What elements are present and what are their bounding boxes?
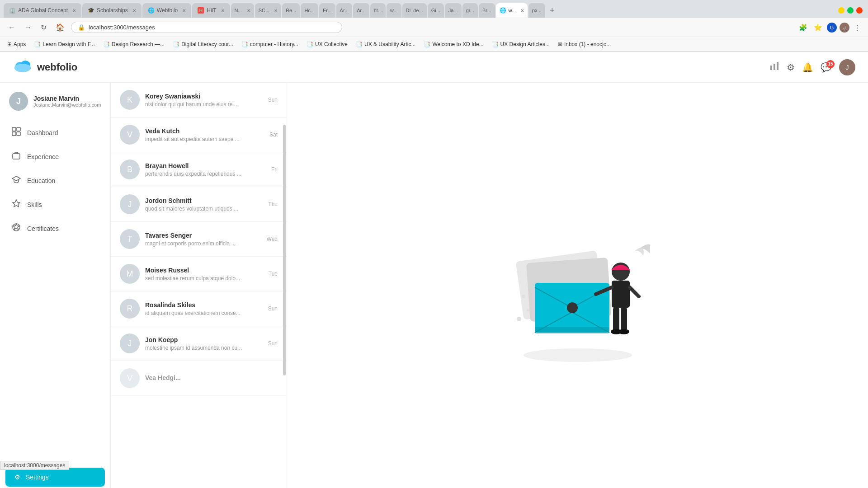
- tab-close-n[interactable]: ✕: [247, 8, 250, 13]
- message-preview-korey: nisi dolor qui qui harum unde eius re...: [145, 101, 263, 108]
- address-bar[interactable]: 🔒 localhost:3000/messages: [71, 22, 342, 33]
- settings-button[interactable]: ⚙: [787, 62, 795, 73]
- grammarly-button[interactable]: G: [827, 23, 837, 33]
- bookmark-design-label: Design Research —...: [112, 41, 165, 47]
- tab-ht[interactable]: ht...: [370, 3, 386, 18]
- bookmark-star-button[interactable]: ⭐: [812, 22, 824, 33]
- messages-panel[interactable]: K Korey Swaniawski nisi dolor qui qui ha…: [111, 83, 287, 488]
- tab-px[interactable]: px...: [528, 3, 545, 18]
- bookmark-favicon-ux: 📑: [307, 41, 313, 47]
- message-avatar-rosalinda: R: [120, 299, 140, 319]
- message-item-rosalinda[interactable]: R Rosalinda Skiles id aliquam quas exerc…: [111, 291, 287, 326]
- bookmark-ux-usability[interactable]: 📑 UX & Usability Artic...: [352, 40, 419, 48]
- bookmark-favicon-ux-usability: 📑: [356, 41, 363, 47]
- window-maximize[interactable]: □: [847, 7, 854, 14]
- window-close[interactable]: ✕: [856, 7, 863, 14]
- tab-webfolio[interactable]: 🌐 Webfolio ✕: [142, 3, 191, 18]
- bookmark-learn-design[interactable]: 📑 Learn Design with F...: [30, 40, 98, 48]
- bookmark-apps[interactable]: ⊞ Apps: [4, 40, 29, 48]
- tab-w-active[interactable]: 🌐 w... ✕: [496, 3, 528, 18]
- tab-add-button[interactable]: +: [546, 4, 558, 17]
- bookmark-welcome-xd[interactable]: 📑 Welcome to XD Ide...: [420, 40, 487, 48]
- bookmark-computer-label: computer - History...: [250, 41, 298, 47]
- extensions-button[interactable]: 🧩: [797, 22, 809, 33]
- message-item-partial[interactable]: V Vea Hedgi...: [111, 361, 287, 396]
- tab-er[interactable]: Er...: [319, 3, 335, 18]
- tab-close-hiit[interactable]: ✕: [221, 8, 225, 13]
- bookmark-welcome-xd-label: Welcome to XD Ide...: [432, 41, 483, 47]
- sidebar-item-certificates[interactable]: Certificates: [5, 217, 105, 239]
- message-item-brayan[interactable]: B Brayan Howell perferendis quis expedit…: [111, 152, 287, 187]
- messages-button[interactable]: 💬 15: [821, 62, 832, 73]
- tab-close-scholarships[interactable]: ✕: [132, 8, 136, 13]
- message-item-jon[interactable]: J Jon Koepp molestine ipsam id assumenda…: [111, 326, 287, 361]
- bookmark-favicon-digital: 📑: [173, 41, 179, 47]
- tab-br[interactable]: Br...: [479, 3, 495, 18]
- tab-label-ada: ADA Global Concept: [18, 7, 68, 14]
- window-minimize[interactable]: —: [838, 7, 844, 14]
- message-item-jordon[interactable]: J Jordon Schmitt quod sit maiores volupt…: [111, 187, 287, 222]
- bookmark-favicon-learn: 📑: [34, 41, 41, 47]
- tab-ja[interactable]: Ja...: [445, 3, 462, 18]
- bookmark-ux-articles[interactable]: 📑 UX Design Articles...: [488, 40, 553, 48]
- scrollbar-thumb[interactable]: [283, 125, 286, 376]
- bookmark-digital-literacy[interactable]: 📑 Digital Literacy cour...: [169, 40, 237, 48]
- sidebar-item-dashboard[interactable]: Dashboard: [5, 122, 105, 144]
- tab-hiit[interactable]: H HiiT ✕: [192, 3, 230, 18]
- tab-gr[interactable]: gr...: [462, 3, 478, 18]
- tab-n[interactable]: N... ✕: [231, 3, 254, 18]
- message-time-jon: Sun: [268, 340, 278, 347]
- notifications-button[interactable]: 🔔: [802, 62, 813, 73]
- tab-hc[interactable]: Hc...: [301, 3, 318, 18]
- bookmark-ux-collective[interactable]: 📑 UX Collective: [303, 40, 351, 48]
- bookmark-design-research[interactable]: 📑 Design Research —...: [99, 40, 168, 48]
- bookmark-favicon-computer: 📑: [241, 41, 248, 47]
- message-item-veda[interactable]: V Veda Kutch impedit sit aut expedita au…: [111, 117, 287, 152]
- logo-cloud-icon: [13, 58, 33, 77]
- tab-ar1[interactable]: Ar...: [336, 3, 353, 18]
- more-button[interactable]: ⋮: [852, 22, 863, 33]
- home-button[interactable]: 🏠: [53, 21, 67, 33]
- message-item-moises[interactable]: M Moises Russel sed molestiae rerum culp…: [111, 257, 287, 291]
- svg-rect-9: [12, 132, 16, 136]
- tab-close-ada[interactable]: ✕: [72, 8, 76, 13]
- tab-close-w-active[interactable]: ✕: [520, 8, 524, 13]
- tab-w1[interactable]: w...: [387, 3, 401, 18]
- message-body-jon: Jon Koepp molestine ipsam id assumenda n…: [145, 336, 263, 351]
- forward-button[interactable]: →: [22, 22, 34, 33]
- tab-ada-global[interactable]: 🏢 ADA Global Concept ✕: [4, 3, 81, 18]
- nav-icons: 🧩 ⭐ G J ⋮: [797, 22, 863, 33]
- message-body-moises: Moises Russel sed molestiae rerum culpa …: [145, 267, 263, 282]
- tab-re[interactable]: Re...: [282, 3, 300, 18]
- tab-label-gr: gr...: [466, 8, 474, 13]
- tab-sc[interactable]: SC... ✕: [255, 3, 281, 18]
- message-item-tavares[interactable]: T Tavares Senger magni et corporis porro…: [111, 222, 287, 257]
- tab-close-sc[interactable]: ✕: [274, 8, 278, 13]
- sidebar-item-experience[interactable]: Experience: [5, 145, 105, 168]
- tab-label-ar2: Ar...: [357, 8, 366, 13]
- settings-button-sidebar[interactable]: ⚙ Settings: [5, 468, 105, 487]
- message-time-tavares: Wed: [267, 236, 278, 242]
- reload-button[interactable]: ↻: [38, 21, 49, 33]
- profile-button[interactable]: J: [840, 23, 849, 33]
- tab-ar2[interactable]: Ar...: [353, 3, 369, 18]
- tab-dl[interactable]: DL de...: [402, 3, 427, 18]
- bookmark-inbox[interactable]: ✉ Inbox (1) - enocjo...: [554, 40, 614, 48]
- chart-button[interactable]: [769, 61, 779, 73]
- tab-label-px: px...: [532, 8, 542, 13]
- sidebar-item-skills[interactable]: Skills: [5, 193, 105, 216]
- message-name-jordon: Jordon Schmitt: [145, 197, 263, 204]
- bookmark-computer[interactable]: 📑 computer - History...: [238, 40, 302, 48]
- tab-gi[interactable]: Gi...: [428, 3, 444, 18]
- url-indicator: localhost:3000/messages: [0, 461, 69, 470]
- tab-label-gi: Gi...: [431, 8, 440, 13]
- message-item-korey[interactable]: K Korey Swaniawski nisi dolor qui qui ha…: [111, 83, 287, 117]
- bookmark-favicon-ux-articles: 📑: [492, 41, 499, 47]
- bookmark-favicon-design: 📑: [103, 41, 110, 47]
- tab-close-webfolio[interactable]: ✕: [182, 8, 186, 13]
- sidebar-item-education[interactable]: Education: [5, 169, 105, 192]
- tab-scholarships[interactable]: 🎓 Scholarships ✕: [82, 3, 142, 18]
- back-button[interactable]: ←: [5, 22, 18, 33]
- tab-label-re: Re...: [286, 8, 296, 13]
- header-avatar[interactable]: J: [839, 59, 855, 75]
